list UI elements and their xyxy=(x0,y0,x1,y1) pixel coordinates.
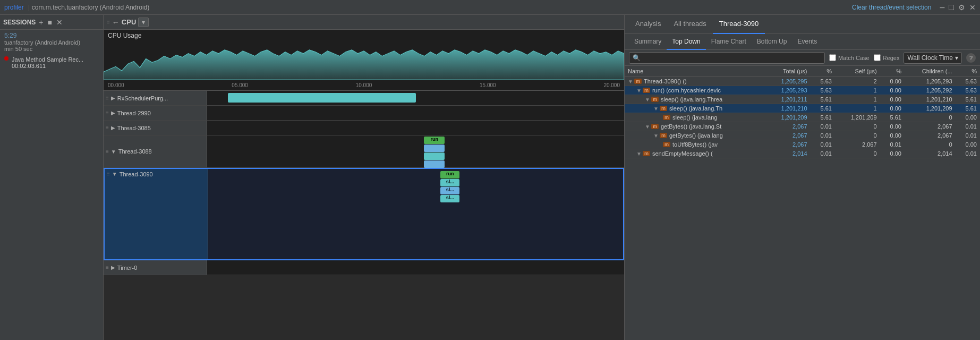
row-name-5: getBytes() (java.lang.St xyxy=(661,123,721,130)
t3088-label-text: Thread-3088 xyxy=(118,148,152,155)
thread-label-2990[interactable]: ≡ ▶ Thread-2990 xyxy=(104,106,207,120)
axis-0: 00.000 xyxy=(108,82,124,88)
cpu-chart-title: CPU Usage xyxy=(108,32,141,39)
recording-info: Java Method Sample Rec... 00:02:03.611 xyxy=(12,56,83,69)
m-badge-2: m xyxy=(651,97,659,102)
cpu-dropdown[interactable]: ▾ xyxy=(138,18,149,27)
cell-total-1: 1,205,293 xyxy=(765,86,811,95)
cell-self-6: 0 xyxy=(835,131,880,140)
maximize-icon[interactable]: □ xyxy=(949,3,954,12)
t3090-hamburger: ≡ xyxy=(107,171,110,177)
t3090-expand[interactable]: ▼ xyxy=(112,171,117,177)
t3088-sub2 xyxy=(424,152,445,160)
t3090-sl1: sl... xyxy=(440,179,459,186)
thread-row-3090: ≡ ▼ Thread-3090 run sl... sl... sl... xyxy=(104,168,624,260)
profiler-table: Name Total (µs) % Self (µs) % Children (… xyxy=(625,66,980,158)
right-panel: Analysis All threads Thread-3090 Summary… xyxy=(624,15,980,340)
help-btn[interactable]: ? xyxy=(966,53,976,63)
left-panel: SESSIONS + ■ ✕ 5:29 tuanfactory (Android… xyxy=(0,15,104,340)
match-case-checkbox[interactable] xyxy=(829,54,836,61)
cell-children-4: 0 xyxy=(905,113,956,122)
clear-thread-btn[interactable]: Clear thread/event selection xyxy=(852,4,935,11)
cell-self-8: 0 xyxy=(835,149,880,158)
subtab-bottomup[interactable]: Bottom Up xyxy=(752,34,792,50)
thread-label-3088[interactable]: ≡ ▼ Thread-3088 xyxy=(104,135,207,167)
session-item: 5:29 tuanfactory (Android Android) min 5… xyxy=(0,30,103,54)
subtab-topdown[interactable]: Top Down xyxy=(667,34,705,50)
row-expand-5[interactable]: ▼ xyxy=(645,124,650,130)
close-session-btn[interactable]: ✕ xyxy=(55,18,64,27)
t3085-timeline xyxy=(207,121,624,135)
top-right-controls: Clear thread/event selection – □ ⚙ ✕ xyxy=(852,3,980,12)
top-header: profiler | com.m.tech.tuanfactory (Andro… xyxy=(0,0,980,15)
rxscheduler-expand[interactable]: ▶ xyxy=(111,95,115,101)
t2990-expand[interactable]: ▶ xyxy=(111,110,115,116)
regex-checkbox[interactable] xyxy=(874,54,881,61)
thread-label-timer0[interactable]: ≡ ▶ Timer-0 xyxy=(104,260,207,275)
t3088-timeline: run xyxy=(207,135,624,167)
t3085-expand[interactable]: ▶ xyxy=(111,125,115,131)
match-case-group: Match Case xyxy=(829,54,870,61)
t3090-timeline: run sl... sl... sl... xyxy=(208,169,623,259)
row-expand-1[interactable]: ▼ xyxy=(636,88,642,94)
cell-self-4: 1,201,209 xyxy=(835,113,880,122)
add-session-btn[interactable]: + xyxy=(38,18,44,27)
t3088-expand[interactable]: ▼ xyxy=(111,149,116,155)
timer0-expand[interactable]: ▶ xyxy=(111,265,115,270)
cell-name-2: ▼ m sleep() (java.lang.Threa xyxy=(625,95,765,104)
t3090-blocks-container: run sl... sl... sl... xyxy=(440,171,459,202)
subtab-flamechart[interactable]: Flame Chart xyxy=(706,34,752,50)
search-input[interactable] xyxy=(641,54,821,62)
app-title: profiler xyxy=(0,4,28,11)
clock-dropdown[interactable]: Wall Clock Time ▾ xyxy=(904,52,962,64)
cell-self-pct-4: 5.61 xyxy=(880,113,905,122)
rxscheduler-block xyxy=(228,93,415,103)
session-recording[interactable]: Java Method Sample Rec... 00:02:03.611 xyxy=(0,54,103,71)
settings-icon[interactable]: ⚙ xyxy=(958,3,965,12)
cpu-label: CPU xyxy=(122,18,136,26)
cpu-chart-area: CPU Usage 00.000 05.000 xyxy=(104,30,624,91)
subtab-summary[interactable]: Summary xyxy=(629,34,667,50)
table-row: ▼ m run() (com.hycashier.devic 1,205,293… xyxy=(625,86,980,95)
col-self: Self (µs) xyxy=(835,66,880,77)
thread-label-rxscheduler[interactable]: ≡ ▶ RxSchedulerPurg... xyxy=(104,91,207,105)
t3090-sl3: sl... xyxy=(440,195,459,202)
cpu-dropdown-arrow: ▾ xyxy=(142,19,145,26)
cell-total-pct-7: 0.01 xyxy=(811,140,835,149)
cell-name-3: ▼ m sleep() (java.lang.Th xyxy=(625,104,765,113)
row-expand-6[interactable]: ▼ xyxy=(653,133,659,139)
tab-analysis[interactable]: Analysis xyxy=(629,15,667,34)
col-total: Total (µs) xyxy=(765,66,811,77)
search-box[interactable]: 🔍 xyxy=(629,52,825,64)
table-row: ▼ m sleep() (java.lang.Threa 1,201,2115.… xyxy=(625,95,980,104)
cell-name-0: ▼ m Thread-3090() () xyxy=(625,77,765,86)
table-row: ▼ m sleep() (java.lang.Th 1,201,2105.611… xyxy=(625,104,980,113)
cpu-back-btn[interactable]: ← xyxy=(112,18,120,27)
thread-label-3085[interactable]: ≡ ▶ Thread-3085 xyxy=(104,121,207,135)
close-icon[interactable]: ✕ xyxy=(969,3,976,12)
stop-session-btn[interactable]: ■ xyxy=(47,18,53,27)
row-expand-8[interactable]: ▼ xyxy=(636,151,642,157)
thread-label-3090[interactable]: ≡ ▼ Thread-3090 xyxy=(105,169,208,259)
row-expand-2[interactable]: ▼ xyxy=(645,97,650,103)
axis-1: 05.000 xyxy=(232,82,248,88)
row-name-7: toUtf8Bytes() (jav xyxy=(672,141,718,148)
subtab-events[interactable]: Events xyxy=(792,34,822,50)
recording-dot xyxy=(4,56,8,61)
col-name: Name xyxy=(625,66,765,77)
cell-self-pct-8: 0.00 xyxy=(880,149,905,158)
row-expand-3[interactable]: ▼ xyxy=(653,106,659,112)
minimize-icon[interactable]: – xyxy=(940,3,944,12)
cell-children-pct-5: 0.01 xyxy=(956,122,980,131)
regex-group: Regex xyxy=(874,54,900,61)
cell-total-5: 2,067 xyxy=(765,122,811,131)
thread-row-timer0: ≡ ▶ Timer-0 xyxy=(104,260,624,275)
m-badge-8: m xyxy=(643,151,650,156)
axis-3: 15.000 xyxy=(480,82,496,88)
tab-thread-3090[interactable]: Thread-3090 xyxy=(713,15,765,34)
rxscheduler-timeline xyxy=(207,91,624,105)
row-expand-0[interactable]: ▼ xyxy=(628,79,633,84)
search-icon: 🔍 xyxy=(633,54,641,62)
t3088-hamburger: ≡ xyxy=(106,149,109,155)
tab-all-threads[interactable]: All threads xyxy=(667,15,712,34)
